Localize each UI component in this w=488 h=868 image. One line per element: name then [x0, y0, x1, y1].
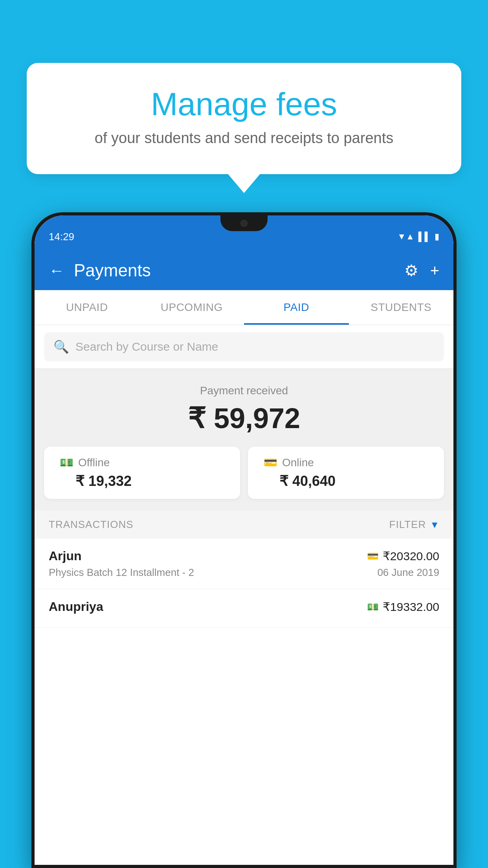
offline-card: 💵 Offline ₹ 19,332 [44, 447, 240, 499]
filter-label: FILTER [389, 519, 426, 531]
table-row[interactable]: Anupriya 💵 ₹19332.00 [35, 589, 453, 628]
transaction-bottom-arjun: Physics Batch 12 Installment - 2 06 June… [49, 566, 439, 579]
offline-card-row: 💵 Offline [60, 456, 110, 469]
card-icon: 💳 [264, 456, 277, 469]
transactions-label: TRANSACTIONS [49, 519, 134, 531]
payment-summary: Payment received ₹ 59,972 💵 Offline ₹ 19… [35, 369, 453, 511]
card-payment-icon: 💳 [367, 551, 379, 562]
search-icon: 🔍 [53, 339, 69, 354]
status-icons: ▼▲ ▌▌ ▮ [397, 232, 439, 242]
transactions-header: TRANSACTIONS FILTER ▼ [35, 511, 453, 539]
status-time: 14:29 [49, 231, 74, 243]
battery-icon: ▮ [435, 232, 439, 242]
add-icon[interactable]: + [430, 262, 439, 280]
cash-payment-icon: 💵 [367, 601, 379, 612]
offline-label: Offline [78, 456, 110, 469]
payment-amount: ₹ 59,972 [44, 402, 444, 435]
filter-row[interactable]: FILTER ▼ [389, 519, 439, 531]
online-amount: ₹ 40,640 [279, 473, 336, 489]
content-scroll: 🔍 Search by Course or Name Payment recei… [35, 325, 453, 865]
transaction-course: Physics Batch 12 Installment - 2 [49, 566, 194, 579]
phone-frame: 14:29 ▼▲ ▌▌ ▮ ← Payments ⚙ + UNPAID [31, 212, 457, 868]
tab-students[interactable]: STUDENTS [349, 290, 454, 325]
transaction-name: Arjun [49, 549, 82, 563]
transaction-amount-row-2: 💵 ₹19332.00 [367, 600, 439, 614]
camera [240, 220, 248, 227]
bubble-title: Manage fees [46, 86, 442, 122]
bubble-subtitle: of your students and send receipts to pa… [46, 130, 442, 147]
offline-amount: ₹ 19,332 [75, 473, 132, 489]
settings-icon[interactable]: ⚙ [404, 261, 418, 280]
online-card: 💳 Online ₹ 40,640 [248, 447, 444, 499]
filter-icon: ▼ [430, 519, 439, 530]
tab-unpaid[interactable]: UNPAID [35, 290, 139, 325]
transaction-amount: ₹20320.00 [383, 549, 439, 563]
transaction-amount-row: 💳 ₹20320.00 [367, 549, 439, 563]
header-left: ← Payments [49, 261, 151, 280]
search-container: 🔍 Search by Course or Name [35, 325, 453, 369]
cash-icon: 💵 [60, 456, 73, 469]
search-box[interactable]: 🔍 Search by Course or Name [44, 332, 444, 361]
back-button[interactable]: ← [49, 262, 64, 280]
wifi-icon: ▼▲ [397, 232, 415, 242]
transaction-top-arjun: Arjun 💳 ₹20320.00 [49, 549, 439, 563]
payment-cards: 💵 Offline ₹ 19,332 💳 Online ₹ 40,640 [44, 447, 444, 499]
transaction-date: 06 June 2019 [377, 566, 439, 579]
transaction-amount-2: ₹19332.00 [383, 600, 439, 614]
tabs-bar: UNPAID UPCOMING PAID STUDENTS [35, 290, 453, 325]
phone-inner: 14:29 ▼▲ ▌▌ ▮ ← Payments ⚙ + UNPAID [35, 215, 453, 865]
tab-paid[interactable]: PAID [244, 290, 349, 325]
transaction-top-anupriya: Anupriya 💵 ₹19332.00 [49, 600, 439, 614]
transaction-name: Anupriya [49, 600, 103, 614]
speech-bubble: Manage fees of your students and send re… [27, 63, 461, 174]
payment-received-label: Payment received [44, 384, 444, 397]
transaction-list: Arjun 💳 ₹20320.00 Physics Batch 12 Insta… [35, 539, 453, 865]
table-row[interactable]: Arjun 💳 ₹20320.00 Physics Batch 12 Insta… [35, 539, 453, 589]
search-input[interactable]: Search by Course or Name [75, 340, 218, 353]
status-bar: 14:29 ▼▲ ▌▌ ▮ [35, 215, 453, 251]
online-card-row: 💳 Online [264, 456, 314, 469]
signal-icon: ▌▌ [418, 232, 431, 242]
app-header: ← Payments ⚙ + [35, 251, 453, 290]
online-label: Online [282, 456, 314, 469]
page-title: Payments [74, 261, 151, 280]
header-right: ⚙ + [404, 261, 439, 280]
notch [220, 215, 268, 231]
tab-upcoming[interactable]: UPCOMING [139, 290, 244, 325]
